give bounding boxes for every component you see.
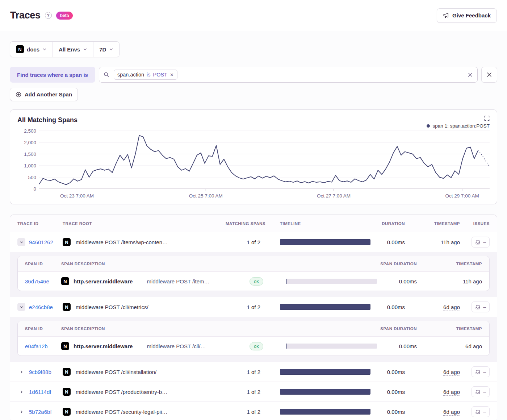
collapse-row-icon[interactable] [17,238,25,246]
col-issues: ISSUES [460,221,490,226]
table-row[interactable]: 5b72a6bf N middleware POST /security-leg… [10,402,497,420]
duration-value: 0.00ms [370,239,405,245]
issues-inbox-icon [475,409,481,415]
issues-count: – [483,409,486,415]
delete-span-query-button[interactable] [481,67,497,83]
timeline-bar[interactable] [280,369,370,375]
token-operator[interactable]: is [147,72,150,78]
col-matching-spans: MATCHING SPANS [215,221,265,226]
span-operation: http.server.middleware [74,278,133,284]
span-row[interactable]: 36d7546e N http.server.middleware — midd… [18,272,489,291]
plus-circle-icon [16,92,21,97]
span-row[interactable]: e04fa12b N http.server.middleware — midd… [18,337,489,355]
col-duration: DURATION [370,221,405,226]
collapse-row-icon[interactable] [17,303,25,311]
token-value[interactable]: POST [153,72,167,78]
chart-title: All Matching Spans [17,116,77,124]
date-range-filter[interactable]: 7D [93,42,119,57]
add-another-span-button[interactable]: Add Another Span [10,88,78,101]
span-timeline-bar[interactable] [286,279,377,284]
issues-inbox-icon [475,389,481,395]
timeline-bar[interactable] [280,389,370,395]
trace-root-label: middleware POST /items/wp-conten… [76,239,168,245]
issues-count: – [483,239,486,245]
span-timestamp-value[interactable]: 6d ago [465,343,482,350]
span-id-link[interactable]: 36d7546e [25,278,49,284]
trace-id-link[interactable]: 5b72a6bf [29,409,52,415]
span-description: middleware POST /cli/… [147,343,206,349]
timestamp-value[interactable]: 6d ago [443,304,460,311]
project-filter[interactable]: N docs [10,42,53,57]
span-query-row: Find traces where a span is span.action … [10,67,497,83]
timestamp-value[interactable]: 11h ago [441,239,460,246]
span-timeline-bar[interactable] [286,344,377,349]
table-row[interactable]: 94601262 N middleware POST /items/wp-con… [10,232,497,252]
issues-button[interactable]: – [472,386,490,397]
span-id-link[interactable]: e04fa12b [25,343,48,349]
timeline-bar[interactable] [280,409,370,415]
chevron-down-icon [42,47,47,51]
nextjs-project-icon: N [63,303,71,311]
timeline-bar[interactable] [280,304,370,310]
y-axis-tick-label: 1,000 [24,163,36,169]
clear-search-icon[interactable] [468,72,473,78]
search-icon [104,72,109,78]
timeline-bar[interactable] [280,239,370,245]
expand-chart-icon[interactable] [484,116,490,121]
expand-row-icon[interactable] [17,368,25,376]
timestamp-value[interactable]: 6d ago [443,409,460,416]
table-row[interactable]: e246cb8e N middleware POST /cli/metrics/… [10,297,497,317]
trace-id-link[interactable]: 1d6114df [29,389,51,395]
col-span-id: SPAN ID [25,262,61,266]
issues-button[interactable]: – [472,406,490,417]
issues-inbox-icon [475,240,481,245]
nextjs-project-icon: N [61,342,69,350]
matching-spans-count: 1 of 2 [215,409,265,415]
expand-row-icon[interactable] [17,408,25,416]
trace-root-label: middleware POST /product/sentry-b… [76,389,167,395]
give-feedback-button[interactable]: Give Feedback [437,8,497,23]
issues-button[interactable]: – [472,302,490,312]
span-timestamp-value[interactable]: 11h ago [463,278,482,285]
legend-label: span 1: span.action:POST [432,123,490,129]
project-filter-label: docs [27,46,39,53]
chevron-down-icon [83,47,87,51]
environment-filter-label: All Envs [59,46,80,53]
remove-token-icon[interactable]: ✕ [170,72,174,78]
environment-filter[interactable]: All Envs [53,42,93,57]
help-icon[interactable]: ? [45,12,52,19]
page-title: Traces [10,10,41,21]
col-span-description: SPAN DESCRIPTION [61,327,250,331]
token-key: span.action [117,72,144,78]
col-span-duration: SPAN DURATION [377,327,417,331]
issues-button[interactable]: – [472,237,490,248]
nextjs-project-icon: N [63,238,71,246]
duration-value: 0.00ms [370,389,405,395]
col-span-timestamp: TIMESTAMP [417,327,482,331]
timestamp-value[interactable]: 6d ago [443,369,460,376]
x-axis-tick-label: Oct 29 7:00 AM [445,193,479,199]
trace-root-label: middleware POST /cli/metrics/ [76,304,148,310]
nextjs-project-icon: N [63,388,71,396]
chart-legend[interactable]: span 1: span.action:POST [427,123,490,129]
table-row[interactable]: 1d6114df N middleware POST /product/sent… [10,382,497,402]
legend-dot-icon [427,124,430,128]
expand-row-icon[interactable] [17,388,25,396]
trace-id-link[interactable]: 9cb9f88b [29,369,51,375]
span-operation: http.server.middleware [74,343,133,349]
issues-count: – [483,369,486,375]
expanded-spans-section: SPAN ID SPAN DESCRIPTION SPAN DURATION T… [10,317,497,362]
beta-badge: beta [56,12,73,20]
table-row[interactable]: 9cb9f88b N middleware POST /cli/installa… [10,362,497,382]
issues-button[interactable]: – [472,366,490,377]
page-header: Traces ? beta Give Feedback [0,0,507,31]
col-span-description: SPAN DESCRIPTION [61,262,250,266]
chart-plot-area[interactable] [39,129,490,191]
matching-spans-count: 1 of 2 [215,304,265,310]
query-token-chip[interactable]: span.action is POST ✕ [114,70,177,80]
trace-id-link[interactable]: e246cb8e [29,304,53,310]
trace-id-link[interactable]: 94601262 [29,239,53,245]
span-search-input[interactable]: span.action is POST ✕ [99,67,478,83]
separator: — [137,278,142,284]
timestamp-value[interactable]: 6d ago [443,389,460,396]
